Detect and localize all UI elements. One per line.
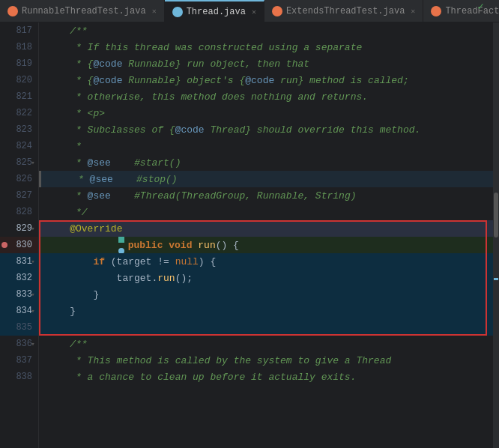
checkmark-icon: ✓ bbox=[478, 0, 484, 13]
token: * { bbox=[46, 58, 93, 70]
token: */ bbox=[46, 207, 88, 218]
code-line-827[interactable]: * @see #Thread(ThreadGroup, Runnable, St… bbox=[39, 187, 493, 204]
scrollbar-thumb[interactable] bbox=[494, 193, 498, 237]
tab-label-extends: ExtendsThreadTest.java bbox=[286, 6, 405, 16]
breakpoint-830[interactable] bbox=[1, 242, 7, 248]
line-num-821: 821 bbox=[0, 91, 38, 102]
scrollbar-mark bbox=[494, 278, 498, 280]
token: @code bbox=[93, 75, 122, 86]
gutter-row-833: 833 ▾ bbox=[0, 286, 38, 303]
code-line-825[interactable]: * @see #start() bbox=[39, 154, 493, 171]
fold-833[interactable]: ▾ bbox=[29, 291, 37, 298]
scrollbar[interactable] bbox=[493, 22, 499, 448]
code-line-822[interactable]: * <p> bbox=[39, 105, 493, 121]
editor-root: RunnableThreadTest.java ✕ Thread.java ✕ … bbox=[0, 0, 499, 448]
code-line-821[interactable]: * otherwise, this method does nothing an… bbox=[39, 88, 493, 105]
code-line-833[interactable]: } bbox=[39, 286, 493, 303]
gutter-row-820: 820 bbox=[0, 72, 38, 88]
token: target. bbox=[46, 273, 157, 284]
code-line-818[interactable]: * If this thread was constructed using a… bbox=[39, 39, 493, 55]
gutter-row-834: 834 ▾ bbox=[0, 303, 38, 319]
token: @see bbox=[90, 174, 113, 185]
code-line-830[interactable]: public void run() { bbox=[39, 237, 493, 253]
token: run bbox=[157, 273, 175, 284]
gutter-row-829: 829 ▾ bbox=[0, 220, 38, 237]
code-line-834[interactable]: } bbox=[39, 303, 493, 319]
token: /** bbox=[46, 25, 88, 37]
line-num-824: 824 bbox=[0, 141, 38, 151]
tab-icon-extends bbox=[272, 6, 282, 16]
token: run} method is called; bbox=[274, 75, 408, 86]
gutter-row-836: 836 ▾ bbox=[0, 336, 38, 352]
close-icon-extends[interactable]: ✕ bbox=[411, 7, 415, 16]
token: * a chance to clean up before it actuall… bbox=[46, 372, 356, 383]
token: * otherwise, this method does nothing an… bbox=[46, 91, 368, 103]
code-line-817[interactable]: /** bbox=[39, 22, 493, 39]
token bbox=[192, 240, 198, 251]
token: } bbox=[46, 306, 76, 317]
gutter-row-825: 825 ▾ bbox=[0, 154, 38, 171]
token: * bbox=[46, 157, 88, 169]
token: } bbox=[46, 289, 99, 300]
code-line-832[interactable]: target.run(); bbox=[39, 270, 493, 286]
gutter-row-824: 824 bbox=[0, 138, 38, 154]
tab-threadfactory[interactable]: ThreadFactoryTe... ✕ bbox=[423, 0, 499, 22]
line-num-818: 818 bbox=[0, 42, 38, 52]
code-line-837[interactable]: * This method is called by the system to… bbox=[39, 352, 493, 369]
token: * bbox=[46, 141, 82, 152]
line-number-gutter: 817 818 819 820 821 822 82 bbox=[0, 22, 39, 448]
tab-runnablethread[interactable]: RunnableThreadTest.java ✕ bbox=[0, 0, 165, 22]
fold-836[interactable]: ▾ bbox=[29, 340, 37, 348]
gutter-row-828: 828 bbox=[0, 204, 38, 220]
fold-834[interactable]: ▾ bbox=[29, 307, 37, 315]
token: #Thread(ThreadGroup, Runnable, String) bbox=[111, 190, 357, 202]
code-line-826[interactable]: * @see #stop() bbox=[39, 171, 493, 187]
gutter-row-819: 819 bbox=[0, 55, 38, 72]
token: null bbox=[175, 256, 199, 267]
gutter-row-835: 835 bbox=[0, 319, 38, 336]
gutter-row-823: 823 bbox=[0, 121, 38, 138]
editor-body: 817 818 819 820 821 822 82 bbox=[0, 22, 499, 448]
code-line-824[interactable]: * bbox=[39, 138, 493, 154]
gutter-row-831: 831 ▾ bbox=[0, 253, 38, 270]
gutter-row-818: 818 bbox=[0, 39, 38, 55]
fold-829[interactable]: ▾ bbox=[29, 225, 37, 232]
token: run bbox=[198, 240, 215, 251]
token: @see bbox=[88, 190, 111, 202]
tab-icon-runnable bbox=[7, 6, 18, 16]
gutter-row-837: 837 bbox=[0, 352, 38, 369]
fold-825[interactable]: ▾ bbox=[29, 159, 37, 166]
line-num-837: 837 bbox=[0, 355, 38, 366]
gutter-row-817: 817 bbox=[0, 22, 38, 39]
line-num-819: 819 bbox=[0, 58, 38, 69]
line-num-832: 832 bbox=[0, 273, 38, 283]
code-line-831[interactable]: if (target != null) { bbox=[39, 253, 493, 270]
tab-thread[interactable]: Thread.java ✕ bbox=[165, 0, 264, 22]
code-line-820[interactable]: * {@code Runnable} object's {@code run} … bbox=[39, 72, 493, 88]
line-num-823: 823 bbox=[0, 124, 38, 135]
gutter-row-832: 832 bbox=[0, 270, 38, 286]
close-icon-thread[interactable]: ✕ bbox=[252, 7, 256, 16]
fold-831[interactable]: ▾ bbox=[29, 258, 37, 265]
code-line-838[interactable]: * a chance to clean up before it actuall… bbox=[39, 369, 493, 385]
token: * Subclasses of { bbox=[46, 124, 175, 136]
code-line-823[interactable]: * Subclasses of {@code Thread} should ov… bbox=[39, 121, 493, 138]
token: @code bbox=[175, 124, 205, 136]
code-line-819[interactable]: * {@code Runnable} run object, then that bbox=[39, 55, 493, 72]
token: /** bbox=[46, 339, 88, 350]
close-icon-runnable[interactable]: ✕ bbox=[152, 7, 157, 16]
tab-extendsthread[interactable]: ExtendsThreadTest.java ✕ bbox=[264, 0, 423, 22]
code-line-835[interactable] bbox=[39, 319, 493, 336]
code-area[interactable]: /** * If this thread was constructed usi… bbox=[39, 22, 493, 448]
code-line-828[interactable]: */ bbox=[39, 204, 493, 220]
gutter-row-822: 822 bbox=[0, 105, 38, 121]
code-line-836[interactable]: /** bbox=[39, 336, 493, 352]
token: #stop() bbox=[113, 174, 178, 185]
token: Thread} should override this method. bbox=[205, 124, 421, 136]
token: ) { bbox=[199, 256, 216, 267]
tab-label-thread: Thread.java bbox=[187, 7, 246, 17]
token: @see bbox=[88, 157, 111, 169]
token: public bbox=[128, 240, 163, 251]
tab-bar: RunnableThreadTest.java ✕ Thread.java ✕ … bbox=[0, 0, 499, 22]
token: * If this thread was constructed using a… bbox=[46, 42, 362, 53]
